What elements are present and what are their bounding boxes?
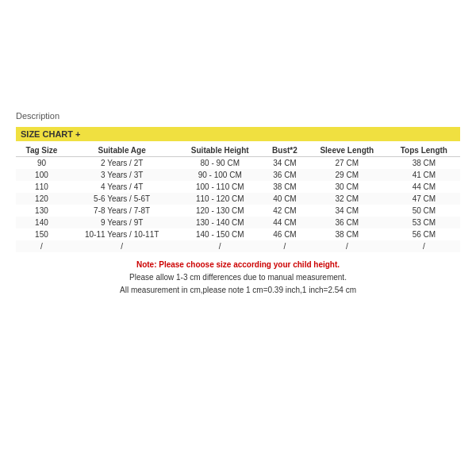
note-line3: All measurement in cm,please note 1 cm=0… [16, 284, 460, 297]
table-cell: 44 CM [263, 217, 306, 228]
description-label: Description [16, 111, 460, 121]
table-row: 1104 Years / 4T100 - 110 CM38 CM30 CM44 … [16, 181, 460, 193]
column-header: Bust*2 [263, 144, 306, 157]
table-cell: 41 CM [388, 169, 460, 181]
table-cell: 56 CM [388, 228, 460, 240]
table-cell: 32 CM [306, 193, 388, 205]
table-cell: 36 CM [263, 169, 306, 181]
column-header: Sleeve Length [306, 144, 388, 157]
table-row: ////// [16, 240, 460, 252]
table-row: 902 Years / 2T80 - 90 CM34 CM27 CM38 CM [16, 157, 460, 170]
column-header: Suitable Height [176, 144, 263, 157]
table-cell: 5-6 Years / 5-6T [67, 193, 177, 205]
table-cell: 80 - 90 CM [176, 157, 263, 170]
table-cell: 36 CM [306, 217, 388, 228]
table-cell: 120 [16, 193, 67, 205]
note-line1: Note: Please choose size according your … [16, 259, 460, 271]
table-row: 1409 Years / 9T130 - 140 CM44 CM36 CM53 … [16, 217, 460, 228]
table-cell: 34 CM [306, 205, 388, 217]
table-cell: / [176, 240, 263, 252]
table-cell: 38 CM [388, 157, 460, 170]
table-cell: 40 CM [263, 193, 306, 205]
table-row: 15010-11 Years / 10-11T140 - 150 CM46 CM… [16, 228, 460, 240]
table-cell: 100 [16, 169, 67, 181]
table-cell: 130 [16, 205, 67, 217]
page-container: Description SIZE CHART + Tag SizeSuitabl… [0, 0, 476, 476]
table-cell: / [263, 240, 306, 252]
table-cell: 46 CM [263, 228, 306, 240]
note-section: Note: Please choose size according your … [16, 259, 460, 297]
table-row: 1205-6 Years / 5-6T110 - 120 CM40 CM32 C… [16, 193, 460, 205]
table-cell: 3 Years / 3T [67, 169, 177, 181]
table-cell: 29 CM [306, 169, 388, 181]
table-cell: 30 CM [306, 181, 388, 193]
table-cell: 53 CM [388, 217, 460, 228]
table-cell: 50 CM [388, 205, 460, 217]
table-cell: 38 CM [263, 181, 306, 193]
table-cell: / [388, 240, 460, 252]
column-header: Tag Size [16, 144, 67, 157]
note-line2: Please allow 1-3 cm differences due to m… [16, 271, 460, 284]
table-body: 902 Years / 2T80 - 90 CM34 CM27 CM38 CM1… [16, 157, 460, 253]
table-cell: 10-11 Years / 10-11T [67, 228, 177, 240]
table-cell: 110 [16, 181, 67, 193]
size-table: Tag SizeSuitable AgeSuitable HeightBust*… [16, 144, 460, 252]
table-cell: / [16, 240, 67, 252]
table-header-row: Tag SizeSuitable AgeSuitable HeightBust*… [16, 144, 460, 157]
table-cell: 140 [16, 217, 67, 228]
table-cell: 7-8 Years / 7-8T [67, 205, 177, 217]
table-cell: / [67, 240, 177, 252]
table-cell: 2 Years / 2T [67, 157, 177, 170]
table-row: 1003 Years / 3T90 - 100 CM36 CM29 CM41 C… [16, 169, 460, 181]
table-row: 1307-8 Years / 7-8T120 - 130 CM42 CM34 C… [16, 205, 460, 217]
table-cell: 47 CM [388, 193, 460, 205]
size-chart-header[interactable]: SIZE CHART + [16, 127, 460, 141]
table-cell: 34 CM [263, 157, 306, 170]
column-header: Tops Length [388, 144, 460, 157]
table-cell: 150 [16, 228, 67, 240]
table-cell: 27 CM [306, 157, 388, 170]
table-cell: 90 - 100 CM [176, 169, 263, 181]
table-cell: 38 CM [306, 228, 388, 240]
table-cell: 90 [16, 157, 67, 170]
table-cell: 9 Years / 9T [67, 217, 177, 228]
table-cell: 120 - 130 CM [176, 205, 263, 217]
table-cell: 44 CM [388, 181, 460, 193]
table-cell: 110 - 120 CM [176, 193, 263, 205]
table-cell: 42 CM [263, 205, 306, 217]
table-cell: 140 - 150 CM [176, 228, 263, 240]
table-cell: 4 Years / 4T [67, 181, 177, 193]
table-cell: / [306, 240, 388, 252]
table-cell: 130 - 140 CM [176, 217, 263, 228]
table-cell: 100 - 110 CM [176, 181, 263, 193]
column-header: Suitable Age [67, 144, 177, 157]
